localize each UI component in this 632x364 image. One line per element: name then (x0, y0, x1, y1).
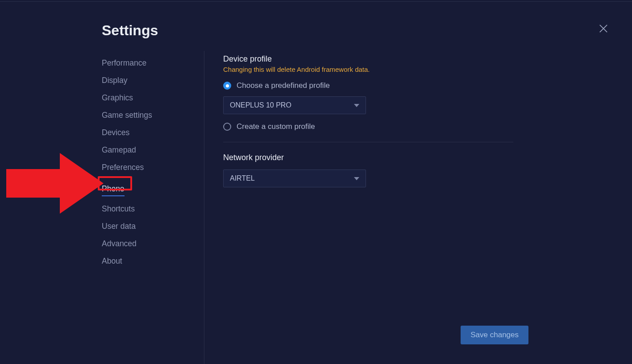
chevron-down-icon (354, 177, 359, 180)
section-divider (223, 142, 513, 142)
sidebar-item-about[interactable]: About (102, 252, 204, 270)
sidebar: Performance Display Graphics Game settin… (102, 54, 204, 270)
sidebar-item-shortcuts[interactable]: Shortcuts (102, 200, 204, 218)
device-profile-warning: Changing this will delete Android framew… (223, 66, 530, 73)
sidebar-item-gamepad[interactable]: Gamepad (102, 141, 204, 159)
radio-custom[interactable] (223, 123, 231, 131)
radio-predefined-label: Choose a predefined profile (237, 81, 330, 90)
sidebar-item-performance[interactable]: Performance (102, 54, 204, 72)
save-changes-button[interactable]: Save changes (461, 326, 528, 344)
radio-custom-row[interactable]: Create a custom profile (223, 122, 530, 131)
sidebar-item-display[interactable]: Display (102, 72, 204, 89)
page-title: Settings (102, 22, 530, 39)
sidebar-item-devices[interactable]: Devices (102, 124, 204, 141)
predefined-profile-select[interactable]: ONEPLUS 10 PRO (223, 96, 366, 114)
main-panel: Device profile Changing this will delete… (204, 54, 530, 270)
network-provider-select[interactable]: AIRTEL (223, 170, 366, 187)
radio-predefined-row[interactable]: Choose a predefined profile (223, 81, 530, 90)
network-provider-value: AIRTEL (230, 174, 255, 182)
chevron-down-icon (354, 104, 359, 107)
radio-predefined[interactable] (223, 82, 231, 90)
predefined-profile-value: ONEPLUS 10 PRO (230, 101, 291, 109)
device-profile-title: Device profile (223, 54, 530, 64)
sidebar-item-advanced[interactable]: Advanced (102, 235, 204, 252)
network-provider-title: Network provider (223, 153, 530, 162)
sidebar-item-preferences[interactable]: Preferences (102, 159, 204, 176)
sidebar-item-user-data[interactable]: User data (102, 218, 204, 235)
sidebar-item-phone[interactable]: Phone (102, 180, 125, 196)
radio-custom-label: Create a custom profile (237, 122, 315, 131)
sidebar-divider (204, 51, 204, 364)
sidebar-item-game-settings[interactable]: Game settings (102, 107, 204, 124)
sidebar-item-graphics[interactable]: Graphics (102, 89, 204, 107)
